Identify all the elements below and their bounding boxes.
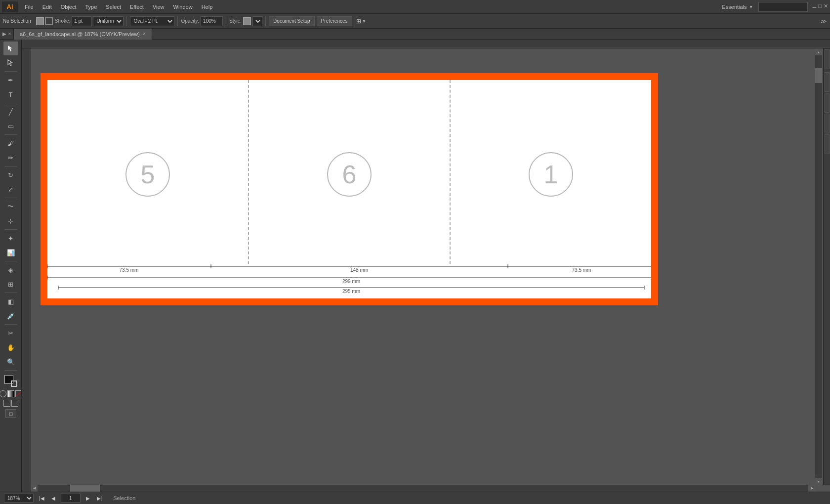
menu-object[interactable]: Object [57, 2, 81, 11]
stroke-box [11, 380, 17, 387]
close-icon[interactable]: ✕ [824, 3, 828, 11]
draw-inside-icon[interactable] [3, 400, 10, 407]
next-btn[interactable]: ▶ [84, 495, 91, 502]
workspace-label: Essentials [722, 4, 747, 10]
canvas-area: 5 6 1 [22, 40, 830, 492]
menu-type[interactable]: Type [82, 2, 101, 11]
menu-bar: Ai File Edit Object Type Select Effect V… [0, 0, 830, 14]
opacity-input[interactable] [201, 16, 223, 26]
preferences-button[interactable]: Preferences [317, 16, 352, 26]
prev-btn[interactable]: ◀ [50, 495, 57, 502]
color-mode-buttons [0, 390, 22, 397]
artboard: 5 6 1 [47, 80, 651, 298]
prev-page-btn[interactable]: |◀ [38, 495, 46, 502]
panel-close-icon[interactable]: × [8, 31, 11, 37]
scrollbar-vertical[interactable]: ▲ ▼ [815, 48, 822, 485]
scroll-thumb-h[interactable] [70, 485, 100, 492]
svg-text:73.5 mm: 73.5 mm [120, 267, 139, 273]
dimension-area: 73.5 mm 148 mm 73.5 mm [47, 264, 651, 298]
pencil-tool[interactable]: ✏ [3, 151, 18, 165]
brush-dropdown[interactable]: Oval - 2 Pt. [130, 16, 174, 26]
next-page-btn[interactable]: ▶| [95, 495, 104, 502]
expand-panel-icon[interactable]: ≫ [821, 18, 827, 25]
menu-effect[interactable]: Effect [126, 2, 148, 11]
stroke-color-swatch[interactable] [45, 17, 53, 25]
stroke-dropdown[interactable]: Uniform [93, 16, 124, 26]
menu-help[interactable]: Help [198, 2, 217, 11]
menu-window[interactable]: Window [169, 2, 197, 11]
minimize-icon[interactable]: – [813, 3, 817, 11]
style-dropdown[interactable] [252, 16, 262, 26]
arrange-chevron-icon[interactable]: ▼ [362, 19, 367, 24]
graph-tool[interactable]: 📊 [3, 246, 18, 259]
scroll-up-btn[interactable]: ▲ [815, 48, 822, 55]
gradient-tool[interactable]: ◧ [3, 294, 18, 308]
menu-select[interactable]: Select [102, 2, 125, 11]
eyedropper-tool[interactable]: 💉 [3, 309, 18, 323]
style-label: Style: [229, 18, 242, 24]
screen-mode-icon[interactable] [11, 400, 18, 407]
maximize-icon[interactable]: □ [818, 3, 822, 11]
right-tab-5[interactable] [825, 134, 830, 154]
menu-file[interactable]: File [21, 2, 38, 11]
stroke-value-input[interactable] [72, 16, 91, 26]
svg-text:148 mm: 148 mm [350, 267, 368, 273]
page-number-input[interactable] [61, 494, 81, 503]
page-number-1: 1 [529, 152, 573, 197]
rotate-tool[interactable]: ↻ [3, 168, 18, 182]
screen-mode-btn[interactable]: ⊡ [5, 409, 16, 418]
workspace-chevron-icon: ▼ [749, 4, 753, 9]
mode-buttons [3, 400, 18, 407]
zoom-tool[interactable]: 🔍 [3, 355, 18, 369]
status-bar: 187% |◀ ◀ ▶ ▶| Selection [0, 492, 830, 504]
mesh-tool[interactable]: ⊞ [3, 277, 18, 291]
right-tab-4[interactable] [825, 114, 830, 133]
scroll-down-btn[interactable]: ▼ [815, 478, 822, 485]
ruler-left [22, 48, 31, 492]
main-area: ✒ T ╱ ▭ 🖌 ✏ ↻ ⤢ 〜 ⊹ ✦ 📊 ◈ ⊞ ◧ [0, 40, 830, 492]
canvas-content[interactable]: 5 6 1 [31, 48, 822, 492]
zoom-select[interactable]: 187% [4, 494, 34, 503]
paintbrush-tool[interactable]: 🖌 [3, 136, 18, 150]
direct-selection-tool[interactable] [3, 56, 18, 70]
none-mode-icon[interactable] [15, 390, 22, 397]
tab-filename: a6_6s_gf_landscape.ai @ 187% (CMYK/Previ… [20, 31, 140, 37]
toolbar: No Selection Stroke: Uniform Oval - 2 Pt… [0, 14, 830, 29]
ruler-top [22, 40, 830, 48]
tab-close-icon[interactable]: × [143, 31, 146, 37]
warp-tool[interactable]: 〜 [3, 200, 18, 213]
scroll-thumb-v[interactable] [815, 68, 822, 83]
pen-tool[interactable]: ✒ [3, 73, 18, 87]
document-setup-button[interactable]: Document Setup [269, 16, 315, 26]
scrollbar-horizontal[interactable]: ◀ ▶ [31, 485, 815, 492]
color-boxes[interactable] [3, 374, 18, 388]
hand-tool[interactable]: ✋ [3, 340, 18, 354]
blend-tool[interactable]: ◈ [3, 263, 18, 277]
right-tab-3[interactable] [825, 93, 830, 113]
rectangle-tool[interactable]: ▭ [3, 119, 18, 133]
scissors-tool[interactable]: ✂ [3, 326, 18, 340]
menu-view[interactable]: View [149, 2, 168, 11]
scale-tool[interactable]: ⤢ [3, 182, 18, 196]
right-tab-1[interactable] [825, 49, 830, 69]
type-tool[interactable]: T [3, 87, 18, 101]
panel-toggle-icon[interactable]: ▶ [2, 31, 6, 37]
symbol-tool[interactable]: ✦ [3, 231, 18, 245]
style-swatch[interactable] [243, 17, 251, 25]
right-tab-2[interactable] [825, 72, 830, 92]
scroll-right-btn[interactable]: ▶ [808, 485, 815, 492]
line-tool[interactable]: ╱ [3, 105, 18, 119]
arrange-icon[interactable]: ⊞ [356, 18, 361, 25]
gradient-mode-icon[interactable] [7, 390, 14, 397]
svg-text:299 mm: 299 mm [342, 279, 360, 284]
free-transform-tool[interactable]: ⊹ [3, 214, 18, 228]
document-tab[interactable]: a6_6s_gf_landscape.ai @ 187% (CMYK/Previ… [14, 29, 152, 40]
page-number-5: 5 [125, 152, 170, 197]
search-input[interactable] [758, 2, 808, 12]
selection-tool[interactable] [3, 42, 18, 55]
color-mode-icon[interactable] [0, 390, 6, 397]
fill-color-swatch[interactable] [36, 17, 44, 25]
menu-edit[interactable]: Edit [39, 2, 56, 11]
scroll-left-btn[interactable]: ◀ [31, 485, 38, 492]
app-logo: Ai [2, 1, 18, 12]
